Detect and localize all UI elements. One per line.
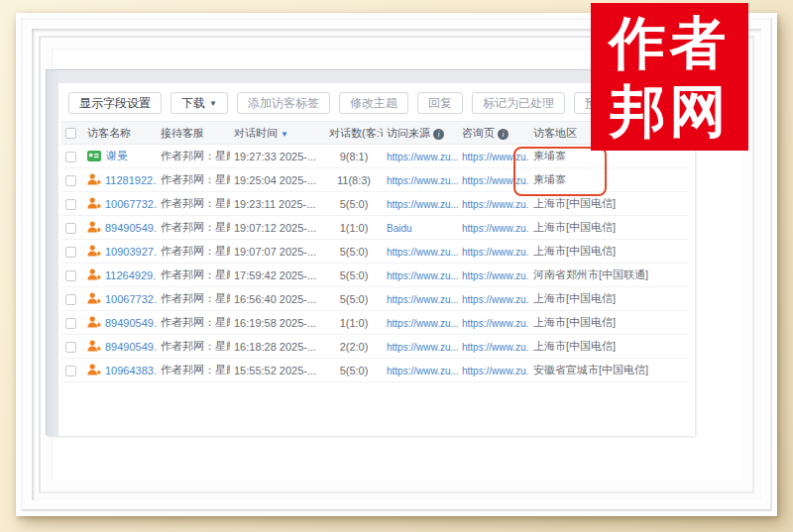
row-checkbox[interactable]: [65, 318, 76, 329]
toolbar-button[interactable]: 显示字段设置: [68, 92, 162, 114]
table-row[interactable]: 10067732... 作者邦网：星阑 16:56:40 2025-... 5(…: [61, 287, 688, 311]
visitor-name-link[interactable]: 89490549...: [105, 222, 157, 234]
visitor-table: 访客名称 接待客服 对话时间▼ 对话数(客:访) 访问来源i 咨询页i 访客地区: [61, 121, 688, 382]
row-checkbox-cell: [61, 364, 83, 376]
visitor-name-link[interactable]: 11281922...: [105, 174, 157, 186]
visitor-type-icon: [87, 221, 101, 234]
consult-page-link[interactable]: https://www.zu...: [462, 199, 529, 210]
table-row[interactable]: 11264929... 作者邦网：星阑 17:59:42 2025-... 5(…: [61, 264, 688, 287]
consult-page-link[interactable]: https://www.zu...: [462, 175, 529, 186]
visitor-name-link[interactable]: 11264929...: [105, 269, 157, 281]
consult-page-link[interactable]: https://www.zu...: [462, 152, 529, 162]
region-cell: 安徽省宣城市[中国电信]: [529, 363, 688, 377]
source-link[interactable]: https://www.zu...: [387, 270, 458, 281]
source-link[interactable]: https://www.zu...: [387, 175, 458, 186]
col-consult-page[interactable]: 咨询页i: [458, 126, 529, 141]
region-cell: 上海市[中国电信]: [529, 196, 688, 211]
chat-time-cell: 19:07:07 2025-...: [230, 246, 325, 258]
row-checkbox[interactable]: [65, 270, 76, 281]
consult-page-link[interactable]: https://www.zu...: [462, 294, 529, 305]
row-checkbox[interactable]: [65, 247, 76, 258]
watermark-line2: 邦网: [610, 77, 731, 146]
table-row[interactable]: 10067732... 作者邦网：星阑 19:23:11 2025-... 5(…: [61, 192, 688, 216]
agent-cell: 作者邦网：星阑: [157, 315, 230, 330]
row-checkbox-cell: [61, 292, 83, 305]
col-source[interactable]: 访问来源i: [383, 126, 458, 141]
visitor-name-link[interactable]: 10067732...: [105, 198, 157, 210]
table-row[interactable]: 89490549... 作者邦网：星阑 16:18:28 2025-... 2(…: [61, 335, 688, 359]
region-cell: 上海市[中国电信]: [529, 220, 688, 235]
visitor-name-link[interactable]: 10964383...: [105, 365, 157, 376]
col-agent[interactable]: 接待客服: [157, 126, 230, 141]
toolbar-button[interactable]: 回复: [417, 92, 463, 114]
toolbar-button-label: 显示字段设置: [79, 95, 151, 112]
consult-page-link[interactable]: https://www.zu...: [462, 366, 529, 376]
source-link[interactable]: Baidu: [387, 223, 412, 234]
row-checkbox[interactable]: [65, 366, 76, 376]
toolbar-button-label: 添加访客标签: [248, 95, 319, 112]
consult-page-link[interactable]: https://www.zu...: [462, 270, 529, 281]
table-row[interactable]: 10964383... 作者邦网：星阑 15:55:52 2025-... 5(…: [61, 359, 688, 382]
visitor-name-link[interactable]: 89490549...: [105, 317, 157, 329]
source-link[interactable]: https://www.zu...: [387, 294, 458, 305]
source-link[interactable]: https://www.zu...: [387, 247, 458, 258]
toolbar-button[interactable]: 标记为已处理: [472, 92, 565, 114]
row-checkbox[interactable]: [65, 223, 76, 234]
visitor-name-link[interactable]: 10903927...: [105, 246, 157, 258]
consult-page-link[interactable]: https://www.zu...: [462, 318, 529, 329]
row-checkbox[interactable]: [65, 199, 76, 210]
consult-page-link[interactable]: https://www.zu...: [462, 223, 529, 234]
col-visitor-name[interactable]: 访客名称: [83, 126, 157, 141]
toolbar-button[interactable]: 修改主题: [339, 92, 408, 114]
row-checkbox-cell: [61, 221, 83, 234]
source-link[interactable]: https://www.zu...: [387, 199, 458, 210]
source-link[interactable]: https://www.zu...: [387, 342, 458, 353]
chat-time-cell: 19:27:33 2025-...: [230, 151, 325, 162]
table-row[interactable]: 89490549... 作者邦网：星阑 16:19:58 2025-... 1(…: [61, 311, 688, 335]
chat-count-cell: 5(5:0): [325, 293, 383, 305]
region-cell: 上海市[中国电信]: [529, 315, 688, 330]
visitor-name-link[interactable]: 谢曼: [106, 149, 128, 163]
chat-time-cell: 19:07:12 2025-...: [230, 222, 325, 234]
header-checkbox-cell: [61, 127, 83, 140]
consult-page-link[interactable]: https://www.zu...: [462, 247, 529, 258]
col-chat-time[interactable]: 对话时间▼: [230, 126, 325, 141]
table-row[interactable]: 89490549... 作者邦网：星阑 19:07:12 2025-... 1(…: [61, 216, 688, 240]
row-checkbox-cell: [61, 173, 83, 186]
region-cell: 上海市[中国电信]: [529, 291, 688, 306]
region-cell: 上海市[中国电信]: [529, 339, 688, 354]
row-checkbox-cell: [61, 340, 83, 353]
select-all-checkbox[interactable]: [65, 128, 76, 139]
toolbar-button[interactable]: 添加访客标签: [237, 92, 330, 114]
table-row[interactable]: 10903927... 作者邦网：星阑 19:07:07 2025-... 5(…: [61, 240, 688, 264]
visitor-type-icon: [87, 268, 101, 281]
chat-time-cell: 16:56:40 2025-...: [230, 293, 325, 305]
toolbar-button-label: 回复: [428, 95, 452, 112]
col-chat-count[interactable]: 对话数(客:访): [325, 126, 383, 141]
toolbar-button-label: 下载: [181, 95, 205, 112]
consult-page-link[interactable]: https://www.zu...: [462, 342, 529, 353]
row-checkbox[interactable]: [65, 294, 76, 305]
col-consult-page-label: 咨询页: [462, 127, 495, 139]
source-link[interactable]: https://www.zu...: [387, 366, 458, 376]
row-checkbox[interactable]: [65, 152, 76, 162]
row-checkbox[interactable]: [65, 175, 76, 186]
row-checkbox[interactable]: [65, 342, 76, 353]
chat-time-cell: 19:23:11 2025-...: [230, 198, 325, 210]
table-body: 谢曼 作者邦网：星阑 19:27:33 2025-... 9(8:1) http…: [61, 145, 688, 382]
toolbar-button[interactable]: 下载▼: [170, 92, 228, 114]
sort-desc-icon[interactable]: ▼: [281, 130, 288, 139]
agent-cell: 作者邦网：星阑: [157, 172, 230, 187]
visitor-type-icon: [87, 245, 101, 258]
chat-time-cell: 15:55:52 2025-...: [230, 365, 325, 376]
source-link[interactable]: https://www.zu...: [387, 318, 458, 329]
watermark-badge: 作者 邦网: [591, 3, 748, 151]
source-link[interactable]: https://www.zu...: [387, 152, 458, 162]
visitor-name-link[interactable]: 89490549...: [105, 341, 157, 353]
visitor-name-link[interactable]: 10067732...: [105, 293, 157, 305]
agent-cell: 作者邦网：星阑: [157, 149, 230, 163]
chat-count-cell: 5(5:0): [325, 198, 383, 210]
table-row[interactable]: 11281922... 作者邦网：星阑 19:25:04 2025-... 11…: [61, 168, 688, 192]
visitor-type-icon: [87, 340, 101, 353]
chat-count-cell: 5(5:0): [325, 269, 383, 281]
